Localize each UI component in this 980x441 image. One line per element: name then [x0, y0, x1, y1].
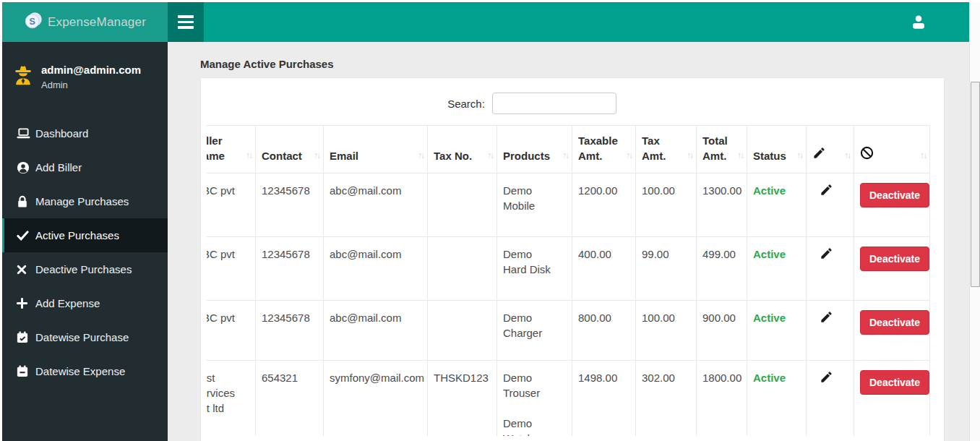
- cell-contact: 654321: [256, 361, 324, 437]
- cell-email: abc@mail.com: [324, 237, 428, 301]
- sidebar-item-label: Datewise Purchase: [35, 331, 129, 343]
- sort-icon: ↑↓: [562, 148, 568, 163]
- deactivate-button[interactable]: Deactivate: [860, 247, 929, 271]
- column-header-contact[interactable]: Contact ↑↓: [256, 126, 324, 174]
- sidebar-item-datewise-purchase[interactable]: Datewise Purchase: [2, 320, 168, 354]
- user-menu-button[interactable]: [909, 13, 928, 32]
- sidebar-item-datewise-expense[interactable]: Datewise Expense: [2, 354, 168, 388]
- calendar-minus-icon: [17, 365, 35, 377]
- sidebar-item-label: Manage Purchases: [35, 195, 129, 207]
- sort-icon: ↑↓: [487, 148, 493, 163]
- user-icon: [909, 22, 928, 34]
- sidebar: admin@admin.com Admin Dashboard: [2, 42, 168, 441]
- cell-tax-no: [428, 301, 497, 361]
- cell-contact: 12345678: [256, 237, 324, 301]
- sidebar-item-add-expense[interactable]: Add Expense: [2, 286, 168, 320]
- cell-total-amt: 1300.00: [697, 174, 747, 237]
- cell-taxable-amt: 400.00: [572, 237, 636, 301]
- cell-edit: [807, 237, 854, 301]
- deactivate-button[interactable]: Deactivate: [860, 370, 929, 395]
- sort-icon: ↑↓: [418, 148, 424, 163]
- cell-taxable-amt: 1200.00: [572, 174, 636, 237]
- sidebar-item-active-purchases[interactable]: Active Purchases: [2, 218, 168, 252]
- sort-icon: ↑↓: [844, 148, 850, 163]
- plus-icon: [17, 298, 35, 309]
- edit-pencil-icon[interactable]: [820, 310, 833, 327]
- page-title: Manage Active Purchases: [200, 58, 334, 70]
- status-badge: Active: [753, 372, 786, 384]
- vertical-scrollbar[interactable]: [969, 2, 980, 441]
- app-frame: S ExpenseManager: [2, 2, 980, 441]
- column-header-total-amt[interactable]: Total Amt. ↑↓: [697, 126, 747, 174]
- column-header-email[interactable]: Email ↑↓: [324, 126, 428, 174]
- sidebar-item-label: Add Biller: [35, 161, 82, 174]
- cell-products: Demo Charger: [497, 301, 572, 361]
- ban-icon: [860, 150, 874, 162]
- sidebar-item-manage-purchases[interactable]: Manage Purchases: [2, 184, 168, 218]
- sidebar-menu: Dashboard Add Biller: [2, 116, 168, 388]
- cell-tax-amt: 99.00: [636, 237, 697, 301]
- cell-products: Demo Trouser Demo Watch: [497, 361, 572, 437]
- topbar: S ExpenseManager: [2, 2, 970, 42]
- cell-edit: [807, 174, 854, 237]
- edit-pencil-icon[interactable]: [820, 247, 833, 264]
- brand-link[interactable]: S ExpenseManager: [2, 2, 168, 42]
- table-header-row: Biller Name ↑↓ Contact ↑↓ Email ↑↓ Tax N…: [207, 126, 930, 174]
- column-header-tax-no[interactable]: Tax No. ↑↓: [428, 126, 497, 174]
- main-content: Manage Active Purchases Search:: [168, 42, 970, 441]
- status-badge: Active: [753, 248, 786, 260]
- sort-icon: ↑↓: [246, 148, 252, 163]
- sidebar-item-dashboard[interactable]: Dashboard: [2, 116, 168, 150]
- purchases-table: Biller Name ↑↓ Contact ↑↓ Email ↑↓ Tax N…: [207, 125, 930, 436]
- cell-tax-no: [428, 237, 497, 301]
- status-badge: Active: [753, 184, 786, 197]
- hamburger-menu-button[interactable]: [168, 2, 204, 42]
- deactivate-button[interactable]: Deactivate: [860, 310, 929, 335]
- user-role: Admin: [41, 80, 141, 90]
- cell-tax-amt: 302.00: [636, 361, 697, 437]
- cell-tax-no: THSKD123: [428, 361, 497, 437]
- cell-products: Demo Mobile: [497, 174, 572, 237]
- table-row: ABC pvt ltd 12345678 abc@mail.com Demo H…: [207, 237, 930, 301]
- table-row: ABC pvt ltd 12345678 abc@mail.com Demo M…: [207, 174, 930, 237]
- user-email: admin@admin.com: [41, 64, 141, 77]
- sort-icon: ↑↓: [920, 148, 926, 163]
- cell-status: Active: [747, 301, 807, 361]
- sort-icon: ↑↓: [626, 148, 632, 163]
- calendar-check-icon: [17, 331, 35, 343]
- cell-edit: [807, 361, 854, 437]
- cell-taxable-amt: 800.00: [572, 301, 636, 361]
- column-header-biller-name[interactable]: Biller Name ↑↓: [207, 126, 256, 174]
- edit-pencil-icon[interactable]: [820, 370, 833, 388]
- cell-tax-no: [428, 174, 497, 237]
- table-container: Biller Name ↑↓ Contact ↑↓ Email ↑↓ Tax N…: [207, 125, 940, 436]
- purchases-card: Search: Biller Name ↑↓: [200, 77, 945, 441]
- cell-status: Active: [747, 237, 807, 301]
- cell-tax-amt: 100.00: [636, 174, 697, 237]
- cell-email: symfony@mail.com: [324, 361, 428, 437]
- edit-pencil-icon: [812, 150, 826, 162]
- column-header-deactivate[interactable]: ↑↓: [854, 126, 930, 174]
- cell-email: abc@mail.com: [324, 301, 428, 361]
- column-header-tax-amt[interactable]: Tax Amt. ↑↓: [636, 126, 697, 174]
- column-header-edit[interactable]: ↑↓: [807, 126, 854, 174]
- cell-total-amt: 1800.00: [697, 361, 747, 437]
- table-row: Test services pvt ltd 654321 symfony@mai…: [207, 361, 930, 437]
- cell-biller-name: Test services pvt ltd: [207, 361, 256, 437]
- search-row: Search:: [200, 93, 898, 114]
- sidebar-item-label: Deactive Purchases: [35, 263, 132, 275]
- scrollbar-thumb[interactable]: [971, 82, 980, 287]
- sidebar-item-add-biller[interactable]: Add Biller: [2, 150, 168, 184]
- brand-name: ExpenseManager: [48, 15, 146, 30]
- column-header-status[interactable]: Status ↑↓: [747, 126, 807, 174]
- sidebar-item-deactive-purchases[interactable]: Deactive Purchases: [2, 252, 168, 286]
- column-header-products[interactable]: Products ↑↓: [497, 126, 572, 174]
- cell-biller-name: ABC pvt ltd: [207, 174, 256, 237]
- deactivate-button[interactable]: Deactivate: [860, 183, 929, 207]
- cell-deactivate: Deactivate: [854, 361, 930, 437]
- edit-pencil-icon[interactable]: [820, 183, 833, 200]
- column-header-taxable-amt[interactable]: Taxable Amt. ↑↓: [572, 126, 636, 174]
- cell-deactivate: Deactivate: [854, 237, 930, 301]
- search-input[interactable]: [492, 93, 616, 114]
- status-badge: Active: [753, 312, 786, 324]
